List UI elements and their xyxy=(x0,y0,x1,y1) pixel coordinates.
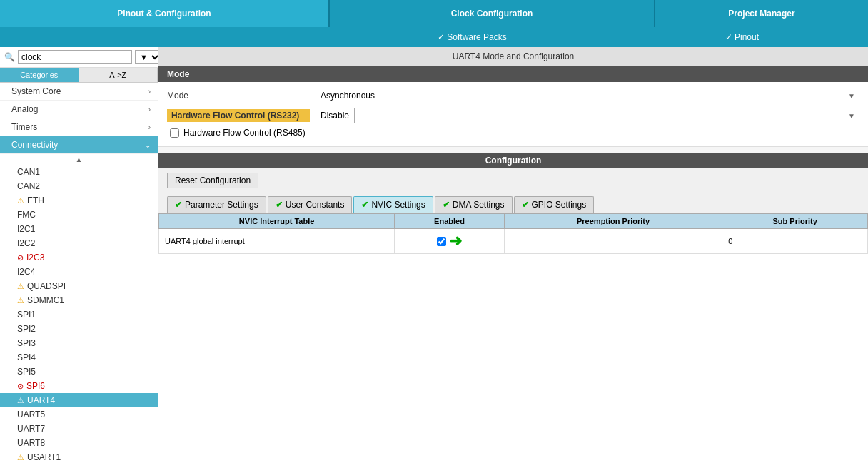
hw-flow-rs485-row: Hardware Flow Control (RS485) xyxy=(170,128,859,138)
mode-section: Mode Mode Asynchronous Hardware Flow Con… xyxy=(158,66,868,147)
software-packs-link[interactable]: ✓ Software Packs xyxy=(438,32,507,42)
parameter-settings-label: Parameter Settings xyxy=(185,200,258,210)
sidebar-item-uart8[interactable]: UART8 xyxy=(0,436,158,450)
projmgr-tab[interactable]: Project Manager xyxy=(654,0,868,27)
config-toolbar: Reset Configuration xyxy=(158,168,868,193)
nvic-table: NVIC Interrupt Table Enabled Preemption … xyxy=(158,213,868,254)
connectivity-label: Connectivity xyxy=(11,140,58,150)
connectivity-chevron-icon: ⌄ xyxy=(145,141,151,149)
sub-priority-cell: 0 xyxy=(722,229,868,254)
enabled-checkbox[interactable] xyxy=(437,237,446,246)
hw-flow-rs485-label: Hardware Flow Control (RS485) xyxy=(183,128,306,138)
fmc-label: FMC xyxy=(17,210,36,220)
search-dropdown[interactable]: ▼ xyxy=(135,50,158,64)
tab-parameter-settings[interactable]: ✔ Parameter Settings xyxy=(167,196,266,213)
sub-header-right: ✓ Software Packs ✓ Pinout xyxy=(328,32,868,42)
interrupt-name: UART4 global interrupt xyxy=(159,229,395,254)
sidebar-item-connectivity[interactable]: Connectivity ⌄ xyxy=(0,136,158,154)
sidebar-item-analog[interactable]: Analog › xyxy=(0,101,158,118)
config-tabs: ✔ Parameter Settings ✔ User Constants ✔ … xyxy=(158,193,868,213)
enabled-cell[interactable]: ➜ xyxy=(395,229,504,254)
sidebar-item-sdmmc1[interactable]: ⚠ SDMMC1 xyxy=(0,293,158,307)
table-row: UART4 global interrupt ➜ 0 xyxy=(159,229,868,254)
sidebar-item-uart5[interactable]: UART5 xyxy=(0,407,158,422)
user-constants-label: User Constants xyxy=(286,200,345,210)
connectivity-children: ▲ CAN1 CAN2 ⚠ ETH FMC I2C1 I2C xyxy=(0,154,158,464)
sidebar-item-i2c1[interactable]: I2C1 xyxy=(0,222,158,236)
sidebar-item-fmc[interactable]: FMC xyxy=(0,208,158,222)
hw-flow-rs232-label: Hardware Flow Control (RS232) xyxy=(167,109,310,122)
reset-configuration-button[interactable]: Reset Configuration xyxy=(167,173,258,188)
pinout-tab[interactable]: Pinout & Configuration xyxy=(0,0,328,27)
top-header: Pinout & Configuration Clock Configurati… xyxy=(0,0,868,27)
sidebar-section: System Core › Analog › Timers › Connecti… xyxy=(0,83,158,464)
sidebar-item-spi3[interactable]: SPI3 xyxy=(0,336,158,350)
sidebar-item-i2c4[interactable]: I2C4 xyxy=(0,265,158,279)
main-layout: 🔍 ▼ ⚙ Categories A->Z System Core › Anal… xyxy=(0,47,868,468)
sidebar-item-uart7[interactable]: UART7 xyxy=(0,422,158,436)
nvic-settings-check-icon: ✔ xyxy=(361,200,368,210)
mode-select[interactable]: Asynchronous xyxy=(316,88,380,103)
quadspi-label: QUADSPI xyxy=(27,281,66,291)
sidebar-item-i2c2[interactable]: I2C2 xyxy=(0,236,158,250)
sidebar-item-can2[interactable]: CAN2 xyxy=(0,179,158,193)
tab-az[interactable]: A->Z xyxy=(79,68,158,82)
hw-flow-rs232-select[interactable]: Disable xyxy=(316,108,355,123)
clock-tab[interactable]: Clock Configuration xyxy=(328,0,654,27)
sidebar-item-uart4[interactable]: ⚠ UART4 xyxy=(0,393,158,407)
sidebar-item-eth[interactable]: ⚠ ETH xyxy=(0,193,158,208)
sidebar-item-timers[interactable]: Timers › xyxy=(0,118,158,136)
tab-dma-settings[interactable]: ✔ DMA Settings xyxy=(435,196,513,213)
sidebar-item-spi5[interactable]: SPI5 xyxy=(0,365,158,379)
user-constants-check-icon: ✔ xyxy=(276,200,283,210)
sidebar-item-can1[interactable]: CAN1 xyxy=(0,165,158,179)
dma-settings-check-icon: ✔ xyxy=(443,200,450,210)
sidebar-item-quadspi[interactable]: ⚠ QUADSPI xyxy=(0,279,158,293)
spi6-err-icon: ⊘ xyxy=(17,382,24,391)
sidebar-item-usart1[interactable]: ⚠ USART1 xyxy=(0,450,158,464)
hw-flow-rs232-row: Hardware Flow Control (RS232) Disable xyxy=(167,108,859,123)
spi3-label: SPI3 xyxy=(17,338,36,348)
pinout-sub-label: ✓ Pinout xyxy=(725,32,759,42)
eth-label: ETH xyxy=(27,195,44,205)
i2c2-label: I2C2 xyxy=(17,238,35,248)
tab-categories[interactable]: Categories xyxy=(0,68,79,82)
quadspi-warn-icon: ⚠ xyxy=(17,282,24,291)
sidebar-item-spi1[interactable]: SPI1 xyxy=(0,307,158,322)
pinout-label: Pinout & Configuration xyxy=(117,9,211,19)
sidebar-item-spi2[interactable]: SPI2 xyxy=(0,322,158,336)
sidebar-item-i2c3[interactable]: ⊘ I2C3 xyxy=(0,250,158,265)
sidebar-item-system-core[interactable]: System Core › xyxy=(0,83,158,101)
tab-nvic-settings[interactable]: ✔ NVIC Settings xyxy=(353,196,433,213)
content-title: UART4 Mode and Configuration xyxy=(158,47,868,66)
software-packs-label: ✓ Software Packs xyxy=(438,32,507,42)
dma-settings-label: DMA Settings xyxy=(453,200,505,210)
i2c3-err-icon: ⊘ xyxy=(17,253,24,263)
pinout-link[interactable]: ✓ Pinout xyxy=(725,32,759,42)
mode-select-wrapper: Asynchronous xyxy=(316,88,859,103)
projmgr-label: Project Manager xyxy=(728,9,794,19)
timers-chevron-icon: › xyxy=(148,123,151,131)
sidebar-item-spi6[interactable]: ⊘ SPI6 xyxy=(0,379,158,393)
sub-header: ✓ Software Packs ✓ Pinout xyxy=(0,27,868,47)
tab-user-constants[interactable]: ✔ User Constants xyxy=(268,196,353,213)
i2c4-label: I2C4 xyxy=(17,267,35,277)
nvic-settings-label: NVIC Settings xyxy=(371,200,425,210)
gpio-settings-label: GPIO Settings xyxy=(532,200,587,210)
search-input[interactable] xyxy=(18,50,132,64)
eth-warn-icon: ⚠ xyxy=(17,196,24,205)
hw-flow-rs485-checkbox[interactable] xyxy=(170,128,179,138)
mode-section-header: Mode xyxy=(158,66,868,82)
uart8-label: UART8 xyxy=(17,438,45,448)
system-core-chevron-icon: › xyxy=(148,88,151,96)
tab-gpio-settings[interactable]: ✔ GPIO Settings xyxy=(514,196,595,213)
table-header-preemption: Preemption Priority xyxy=(504,214,722,229)
config-table-wrapper: NVIC Interrupt Table Enabled Preemption … xyxy=(158,213,868,468)
sdmmc1-warn-icon: ⚠ xyxy=(17,296,24,305)
i2c1-label: I2C1 xyxy=(17,224,35,234)
sidebar-item-spi4[interactable]: SPI4 xyxy=(0,350,158,365)
preemption-cell xyxy=(504,229,722,254)
spi5-label: SPI5 xyxy=(17,367,36,377)
parameter-settings-check-icon: ✔ xyxy=(175,200,182,210)
table-header-enabled: Enabled xyxy=(395,214,504,229)
